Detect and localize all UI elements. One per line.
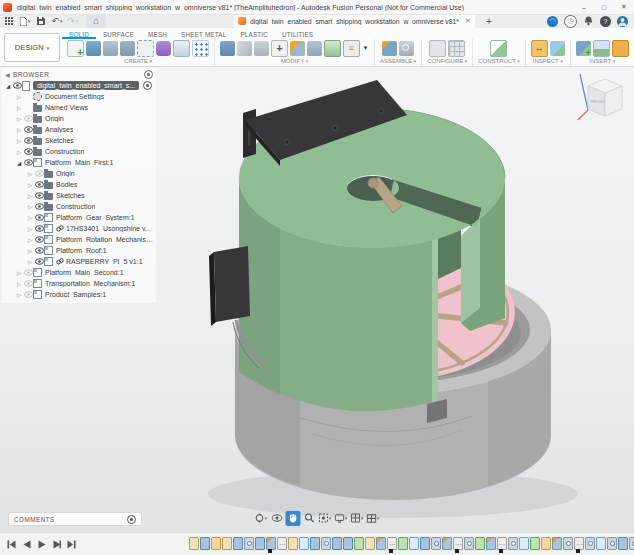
insert-derive-icon[interactable]	[576, 41, 591, 56]
browser-item[interactable]: Document Settings	[2, 91, 156, 102]
collapse-panel-icon[interactable]: ◀	[5, 71, 10, 78]
expand-arrow-icon[interactable]	[15, 292, 23, 298]
timeline-feature-icon[interactable]	[596, 537, 606, 550]
browser-item[interactable]: Construction	[2, 146, 156, 157]
timeline-feature-icon[interactable]	[321, 537, 331, 550]
insert-canvas-icon[interactable]	[593, 40, 610, 57]
revolve-icon[interactable]	[103, 41, 118, 56]
expand-arrow-icon[interactable]	[26, 204, 34, 210]
timeline-feature-icon[interactable]	[486, 537, 496, 550]
browser-item[interactable]: Platform_Gear_System:1	[2, 212, 156, 223]
browser-item[interactable]: Sketches	[2, 135, 156, 146]
timeline-feature-icon[interactable]	[266, 537, 276, 550]
group-label-inspect[interactable]: INSPECT	[533, 58, 563, 64]
expand-arrow-icon[interactable]	[15, 281, 23, 287]
timeline-feature-icon[interactable]	[277, 537, 287, 550]
file-menu-icon[interactable]: ▾	[18, 15, 32, 27]
expand-arrow-icon[interactable]	[26, 182, 34, 188]
skip-to-start-icon[interactable]	[6, 539, 17, 550]
comments-badge-icon[interactable]	[127, 515, 136, 524]
expand-arrow-icon[interactable]	[26, 237, 34, 243]
shell-icon[interactable]	[254, 41, 269, 56]
visibility-eye-icon[interactable]	[12, 82, 22, 90]
timeline-feature-icon[interactable]	[420, 537, 430, 550]
look-at-icon[interactable]	[270, 511, 285, 526]
section-analysis-icon[interactable]	[550, 41, 565, 56]
timeline-feature-icon[interactable]	[233, 537, 243, 550]
create-sketch-icon[interactable]	[67, 40, 84, 57]
group-label-insert[interactable]: INSERT	[589, 58, 615, 64]
move-copy-icon[interactable]	[271, 40, 288, 57]
expand-arrow-icon[interactable]	[15, 94, 23, 100]
browser-item[interactable]: Platform_Main_Second:1	[2, 267, 156, 278]
visibility-eye-icon[interactable]	[23, 269, 33, 277]
step-forward-icon[interactable]	[51, 539, 62, 550]
browser-item[interactable]: Bodies	[2, 179, 156, 190]
timeline-feature-icon[interactable]	[365, 537, 375, 550]
browser-options-icon[interactable]	[144, 70, 153, 79]
view-cube[interactable]: FRONT	[576, 70, 628, 126]
timeline-feature-icon[interactable]	[222, 537, 232, 550]
expand-arrow-icon[interactable]	[26, 259, 34, 265]
play-icon[interactable]	[36, 539, 47, 550]
offset-face-icon[interactable]	[307, 41, 322, 56]
visibility-eye-icon[interactable]	[23, 115, 33, 123]
timeline-feature-icon[interactable]	[387, 537, 397, 550]
expand-arrow-icon[interactable]	[26, 226, 34, 232]
new-tab-button[interactable]: +	[483, 16, 495, 27]
active-document-tab[interactable]: digital_twin_enabled_smart_shipping_work…	[234, 14, 475, 28]
group-label-construct[interactable]: CONSTRUCT	[478, 58, 520, 64]
ribbon-tab[interactable]: UTILITIES	[275, 28, 320, 39]
timeline-feature-icon[interactable]	[453, 537, 463, 550]
timeline-feature-icon[interactable]	[288, 537, 298, 550]
visibility-eye-icon[interactable]	[23, 291, 33, 299]
job-status-clock-icon[interactable]: ◷	[564, 15, 577, 28]
timeline-feature-icon[interactable]	[530, 537, 540, 550]
visibility-eye-icon[interactable]	[34, 236, 44, 244]
comments-bar[interactable]: COMMENTS	[8, 512, 142, 526]
workspace-selector[interactable]: DESIGN▾	[4, 33, 60, 62]
timeline-feature-icon[interactable]	[541, 537, 551, 550]
visibility-eye-icon[interactable]	[34, 192, 44, 200]
expand-arrow-icon[interactable]	[26, 171, 34, 177]
joint-icon[interactable]	[399, 41, 414, 56]
activate-radio-icon[interactable]	[143, 81, 152, 90]
zoom-icon[interactable]	[302, 511, 317, 526]
timeline-feature-icon[interactable]	[354, 537, 364, 550]
physical-material-icon[interactable]	[324, 40, 341, 57]
visibility-eye-icon[interactable]	[23, 126, 33, 134]
extrude-icon[interactable]	[86, 41, 101, 56]
browser-item[interactable]: RASPBERRY_PI_5 v1:1	[2, 256, 156, 267]
timeline-feature-icon[interactable]	[563, 537, 573, 550]
timeline-feature-icon[interactable]	[189, 537, 199, 550]
visibility-eye-icon[interactable]	[23, 159, 33, 167]
sweep-icon[interactable]	[120, 41, 135, 56]
timeline-feature-icon[interactable]	[519, 537, 529, 550]
timeline-feature-icon[interactable]	[497, 537, 507, 550]
timeline-feature-icon[interactable]	[332, 537, 342, 550]
timeline-feature-icon[interactable]	[255, 537, 265, 550]
timeline-feature-icon[interactable]	[343, 537, 353, 550]
browser-item[interactable]: Platform_Roof:1	[2, 245, 156, 256]
fillet-icon[interactable]	[237, 41, 252, 56]
measure-icon[interactable]	[531, 40, 548, 57]
expand-arrow-icon[interactable]	[4, 83, 12, 89]
ribbon-tab[interactable]: PLASTIC	[233, 28, 275, 39]
notifications-bell-icon[interactable]	[583, 16, 594, 27]
timeline-feature-icon[interactable]	[475, 537, 485, 550]
browser-item[interactable]: Named Views	[2, 102, 156, 113]
expand-arrow-icon[interactable]	[15, 138, 23, 144]
fit-icon[interactable]: ▾	[318, 511, 333, 526]
visibility-eye-icon[interactable]	[34, 170, 44, 178]
ribbon-tab[interactable]: MESH	[141, 28, 174, 39]
browser-item[interactable]: Origin	[2, 168, 156, 179]
ribbon-tab[interactable]: SURFACE	[96, 28, 141, 39]
undo-icon[interactable]: ↶▾	[50, 15, 64, 27]
visibility-eye-icon[interactable]	[34, 214, 44, 222]
timeline-feature-icon[interactable]	[431, 537, 441, 550]
rectangular-pattern-icon[interactable]	[137, 40, 154, 57]
viewports-icon[interactable]: ▾	[366, 511, 381, 526]
expand-arrow-icon[interactable]	[15, 160, 23, 166]
expand-arrow-icon[interactable]	[15, 270, 23, 276]
combine-icon[interactable]	[290, 41, 305, 56]
